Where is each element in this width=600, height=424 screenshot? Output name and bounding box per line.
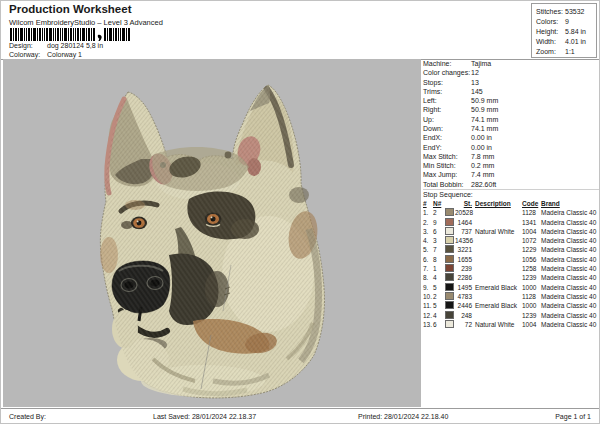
- thread-code: 1056: [522, 255, 541, 264]
- thread-code: 1239: [522, 273, 541, 282]
- thread-brand: Madeira Classic 40: [541, 311, 599, 320]
- stitch-count: 72: [455, 320, 472, 329]
- dog-embroidery-image: [3, 59, 421, 407]
- col-header-description: Description: [472, 199, 522, 208]
- printed-text: Printed: 28/01/2024 22.18.40: [358, 413, 448, 420]
- barcode-icon: [10, 28, 132, 41]
- thread-color-swatch: [445, 273, 454, 281]
- thread-brand: Madeira Classic 40: [541, 273, 599, 282]
- design-summary-box: Stitches:53532 Colors:9 Height:5.84 in W…: [531, 3, 597, 58]
- detail-row: Max Jump:7.4 mm: [423, 170, 599, 179]
- detail-row: Right:50.9 mm: [423, 105, 599, 114]
- thread-code: 1341: [522, 218, 541, 227]
- thread-color-swatch: [445, 301, 454, 309]
- needle-number: 5: [433, 301, 445, 310]
- detail-label: Up:: [423, 115, 471, 124]
- thread-color-swatch: [445, 292, 454, 300]
- machine-details-list: Machine:Tajima Color changes:12 Stops:13…: [423, 59, 599, 189]
- stop-sequence-row: 11. 5 2446 Emerald Black 1000 Madeira Cl…: [423, 301, 599, 310]
- stop-number: 5.: [423, 245, 433, 254]
- thread-brand: Madeira Classic 40: [541, 301, 599, 310]
- detail-label: Color changes:: [423, 68, 471, 77]
- summary-value: 53532: [565, 8, 584, 15]
- col-header-st: St.: [445, 199, 472, 208]
- thread-description: Natural White: [472, 227, 522, 236]
- summary-value: 5.84 in: [565, 28, 586, 35]
- design-row: Design:dog 280124 5,8 in: [9, 42, 103, 49]
- thread-color-swatch: [445, 264, 454, 272]
- stitch-count: 4783: [455, 292, 472, 301]
- detail-value: 7.8 mm: [471, 153, 494, 160]
- thread-code: 1239: [522, 311, 541, 320]
- thread-color-swatch: [445, 255, 454, 263]
- page-title: Production Worksheet: [9, 3, 131, 15]
- thread-code: 1128: [522, 208, 541, 217]
- stitch-count: 1495: [455, 283, 472, 292]
- summary-row: Width:4.01 in: [536, 37, 596, 47]
- detail-label: EndX:: [423, 133, 471, 142]
- stitch-count: 737: [455, 227, 472, 236]
- worksheet-header: Production Worksheet Wilcom EmbroiderySt…: [1, 1, 599, 60]
- detail-label: Left:: [423, 96, 471, 105]
- col-header-code: Code: [522, 199, 541, 208]
- stop-number: 8.: [423, 273, 433, 282]
- thread-code: 1004: [522, 320, 541, 329]
- detail-label: Machine:: [423, 59, 471, 68]
- thread-color-swatch: [445, 227, 454, 235]
- needle-number: 6: [433, 227, 445, 236]
- production-worksheet-page: Production Worksheet Wilcom EmbroiderySt…: [0, 0, 600, 424]
- detail-row: Color changes:12: [423, 68, 599, 77]
- thread-code: 1072: [522, 236, 541, 245]
- stop-number: 1.: [423, 208, 433, 217]
- stop-sequence-row: 6. 8 1655 1056 Madeira Classic 40: [423, 255, 599, 264]
- thread-description: Natural White: [472, 320, 522, 329]
- detail-label: Trims:: [423, 87, 471, 96]
- page-number: Page 1 of 1: [555, 413, 591, 420]
- thread-description: [472, 292, 522, 301]
- thread-description: Emerald Black: [472, 301, 522, 310]
- detail-value: 282.60ft: [471, 181, 496, 188]
- thread-code: 1004: [522, 227, 541, 236]
- detail-label: Max Stitch:: [423, 152, 471, 161]
- detail-row: Trims:145: [423, 87, 599, 96]
- thread-color-swatch: [445, 218, 454, 226]
- summary-row: Zoom:1:1: [536, 47, 596, 57]
- thread-description: [472, 273, 522, 282]
- thread-brand: Madeira Classic 40: [541, 255, 599, 264]
- stop-sequence-header-row: # N# St. Description Code Brand: [423, 199, 599, 208]
- summary-row: Height:5.84 in: [536, 27, 596, 37]
- summary-value: 9: [565, 18, 569, 25]
- needle-number: 2: [433, 208, 445, 217]
- thread-description: [472, 208, 522, 217]
- stop-sequence-row: 8. 4 2286 1239 Madeira Classic 40: [423, 273, 599, 282]
- col-header-n: N#: [433, 199, 445, 208]
- detail-row: Up:74.1 mm: [423, 115, 599, 124]
- summary-label: Stitches:: [536, 7, 565, 17]
- stop-sequence-row: 9. 5 1495 Emerald Black 1000 Madeira Cla…: [423, 283, 599, 292]
- colorway-value: Colorway 1: [47, 51, 82, 58]
- stitch-count: 3221: [455, 245, 472, 254]
- thread-color-swatch: [445, 236, 454, 244]
- thread-code: 1128: [522, 292, 541, 301]
- detail-label: Min Stitch:: [423, 161, 471, 170]
- thread-code: 1000: [522, 301, 541, 310]
- summary-value: 1:1: [565, 48, 575, 55]
- detail-label: Total Bobbin:: [423, 180, 471, 189]
- needle-number: 7: [433, 245, 445, 254]
- detail-value: Tajima: [471, 60, 491, 67]
- detail-row: Stops:13: [423, 78, 599, 87]
- detail-value: 50.9 mm: [471, 106, 498, 113]
- created-by-label: Created By:: [9, 413, 46, 420]
- design-canvas: [3, 59, 421, 407]
- detail-value: 13: [471, 79, 479, 86]
- needle-number: 1: [433, 264, 445, 273]
- colorway-row: Colorway:Colorway 1: [9, 51, 82, 58]
- detail-value: 0.00 in: [471, 134, 492, 141]
- stitch-count: 2446: [455, 301, 472, 310]
- stop-sequence-row: 10. 2 4783 1128 Madeira Classic 40: [423, 292, 599, 301]
- detail-row: Down:74.1 mm: [423, 124, 599, 133]
- thread-description: [472, 311, 522, 320]
- thread-color-swatch: [445, 208, 454, 216]
- thread-brand: Madeira Classic 40: [541, 208, 599, 217]
- thread-description: [472, 218, 522, 227]
